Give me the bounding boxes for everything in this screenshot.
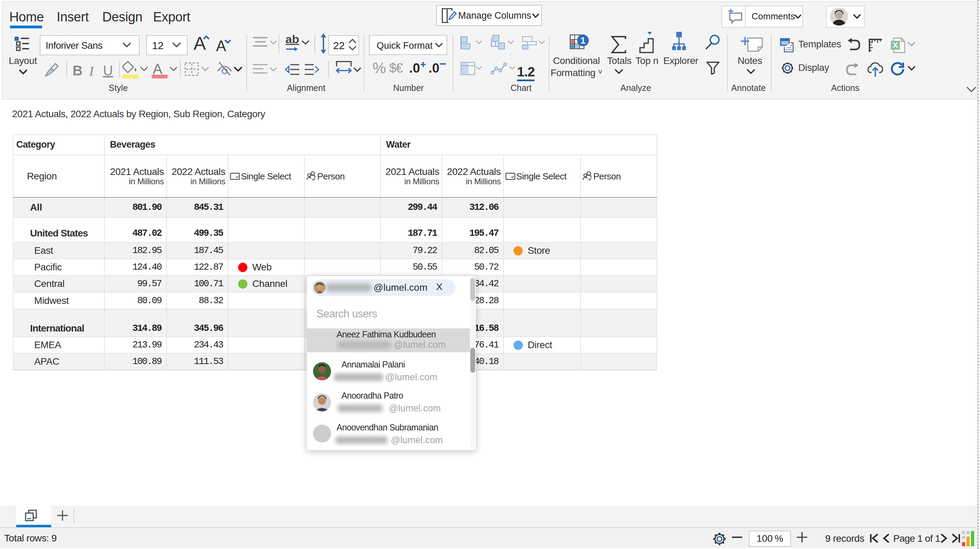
svg-text:1: 1 [581, 36, 585, 45]
svg-text:X: X [893, 41, 898, 49]
